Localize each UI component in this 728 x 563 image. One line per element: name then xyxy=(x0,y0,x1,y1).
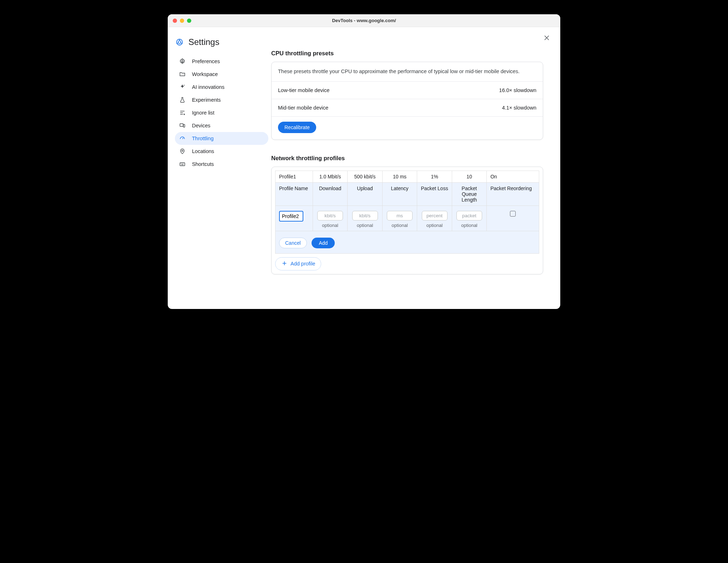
window-controls xyxy=(168,19,191,23)
profile-input-row: optional optional optional optional xyxy=(275,206,539,231)
add-profile-label: Add profile xyxy=(290,261,315,267)
svg-point-6 xyxy=(182,150,183,152)
cell-packet-loss: 1% xyxy=(417,171,452,182)
network-profiles-card: Profile1 1.0 Mbit/s 500 kbit/s 10 ms 1% … xyxy=(271,167,543,274)
sidebar-item-ignore-list[interactable]: Ignore list xyxy=(175,106,268,119)
profile-name-input[interactable] xyxy=(279,211,303,222)
optional-label: optional xyxy=(386,223,413,228)
location-pin-icon xyxy=(179,148,186,154)
download-input[interactable] xyxy=(317,211,343,220)
close-window-button[interactable] xyxy=(173,19,177,23)
sidebar-item-label: Workspace xyxy=(192,71,218,77)
add-button[interactable]: Add xyxy=(312,238,335,248)
flask-icon xyxy=(179,97,186,103)
optional-label: optional xyxy=(317,223,344,228)
folder-icon xyxy=(179,71,186,77)
preset-name: Low-tier mobile device xyxy=(278,87,329,93)
sidebar-item-ai-innovations[interactable]: AI innovations xyxy=(175,81,268,93)
svg-point-3 xyxy=(184,85,184,86)
cpu-card-footer: Recalibrate xyxy=(272,117,543,140)
sidebar-item-label: Preferences xyxy=(192,59,220,64)
col-header-queue: Packet Queue Length xyxy=(452,182,486,206)
sidebar-item-label: Throttling xyxy=(192,136,213,141)
optional-label: optional xyxy=(456,223,483,228)
sparkle-icon xyxy=(179,84,186,90)
main-panel: CPU throttling presets These presets thr… xyxy=(271,27,560,309)
packet-loss-input[interactable] xyxy=(422,211,448,220)
sidebar-item-label: AI innovations xyxy=(192,84,224,90)
sidebar-item-label: Locations xyxy=(192,148,214,154)
sidebar-item-locations[interactable]: Locations xyxy=(175,145,268,158)
page-title: Settings xyxy=(188,37,219,47)
cpu-presets-card: These presets throttle your CPU to appro… xyxy=(271,62,543,140)
sidebar-item-workspace[interactable]: Workspace xyxy=(175,68,268,81)
maximize-window-button[interactable] xyxy=(187,19,191,23)
add-profile-button[interactable]: Add profile xyxy=(275,257,321,270)
cell-latency: 10 ms xyxy=(382,171,417,182)
optional-label: optional xyxy=(351,223,378,228)
latency-input[interactable] xyxy=(387,211,413,220)
preset-value: 16.0× slowdown xyxy=(499,87,536,93)
cpu-preset-row: Mid-tier mobile device 4.1× slowdown xyxy=(272,99,543,117)
cpu-description: These presets throttle your CPU to appro… xyxy=(272,62,543,82)
col-header-latency: Latency xyxy=(382,182,417,206)
titlebar: DevTools - www.google.com/ xyxy=(168,14,560,27)
sidebar-item-label: Experiments xyxy=(192,97,221,103)
devices-icon xyxy=(179,122,186,129)
content-area: Settings Preferences Workspace AI innova… xyxy=(168,27,560,309)
close-icon[interactable] xyxy=(543,34,550,41)
ignore-list-icon xyxy=(179,110,186,116)
speedometer-icon xyxy=(179,135,186,142)
col-header-download: Download xyxy=(313,182,347,206)
table-header-row: Profile Name Download Upload Latency Pac… xyxy=(275,182,539,206)
cell-download: 1.0 Mbit/s xyxy=(313,171,347,182)
upload-input[interactable] xyxy=(352,211,378,220)
svg-rect-5 xyxy=(183,125,185,127)
cpu-preset-row: Low-tier mobile device 16.0× slowdown xyxy=(272,82,543,99)
network-section-title: Network throttling profiles xyxy=(271,155,543,162)
sidebar-item-preferences[interactable]: Preferences xyxy=(175,55,268,68)
plus-icon xyxy=(281,260,288,268)
cell-profile-name: Profile1 xyxy=(275,171,313,182)
sidebar-item-label: Devices xyxy=(192,123,211,128)
sidebar-item-devices[interactable]: Devices xyxy=(175,119,268,132)
packet-queue-input[interactable] xyxy=(456,211,482,220)
gear-icon xyxy=(179,58,186,65)
network-profiles-table: Profile1 1.0 Mbit/s 500 kbit/s 10 ms 1% … xyxy=(275,171,539,254)
cell-packet-reordering: On xyxy=(487,171,539,182)
svg-rect-7 xyxy=(180,163,185,166)
sidebar-item-label: Shortcuts xyxy=(192,161,214,167)
col-header-name: Profile Name xyxy=(275,182,313,206)
svg-point-2 xyxy=(182,61,183,62)
recalibrate-button[interactable]: Recalibrate xyxy=(278,122,316,133)
devtools-settings-window: DevTools - www.google.com/ Settings Pref… xyxy=(168,14,560,309)
col-header-upload: Upload xyxy=(348,182,382,206)
sidebar: Settings Preferences Workspace AI innova… xyxy=(168,27,271,309)
profile-actions-row: Cancel Add xyxy=(275,231,539,253)
col-header-loss: Packet Loss xyxy=(417,182,452,206)
cpu-section-title: CPU throttling presets xyxy=(271,50,543,57)
cancel-button[interactable]: Cancel xyxy=(279,238,307,248)
minimize-window-button[interactable] xyxy=(180,19,184,23)
cell-packet-queue: 10 xyxy=(452,171,486,182)
sidebar-item-throttling[interactable]: Throttling xyxy=(175,132,268,145)
sidebar-item-shortcuts[interactable]: Shortcuts xyxy=(175,158,268,171)
cell-upload: 500 kbit/s xyxy=(348,171,382,182)
optional-label: optional xyxy=(421,223,448,228)
packet-reordering-checkbox[interactable] xyxy=(510,211,516,217)
chrome-devtools-icon xyxy=(176,38,183,46)
keyboard-icon xyxy=(179,161,186,167)
preset-value: 4.1× slowdown xyxy=(502,105,536,111)
svg-rect-4 xyxy=(180,124,183,127)
col-header-reorder: Packet Reordering xyxy=(487,182,539,206)
sidebar-item-experiments[interactable]: Experiments xyxy=(175,93,268,106)
preset-name: Mid-tier mobile device xyxy=(278,105,328,111)
window-title: DevTools - www.google.com/ xyxy=(168,18,560,23)
sidebar-item-label: Ignore list xyxy=(192,110,214,116)
settings-header: Settings xyxy=(175,37,268,47)
table-row[interactable]: Profile1 1.0 Mbit/s 500 kbit/s 10 ms 1% … xyxy=(275,171,539,182)
